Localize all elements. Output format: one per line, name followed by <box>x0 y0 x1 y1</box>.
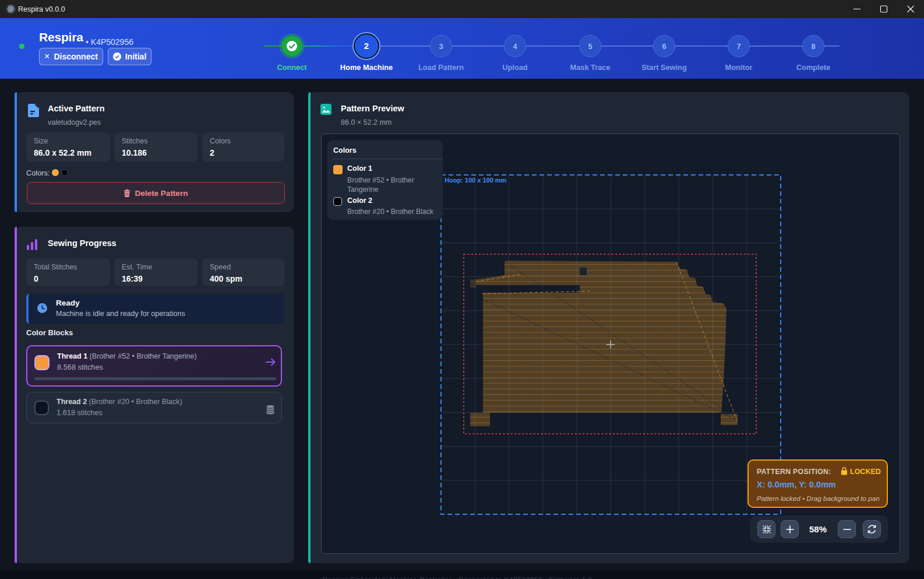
svg-text:Hoop: 100 x 100 mm: Hoop: 100 x 100 mm <box>445 177 507 184</box>
